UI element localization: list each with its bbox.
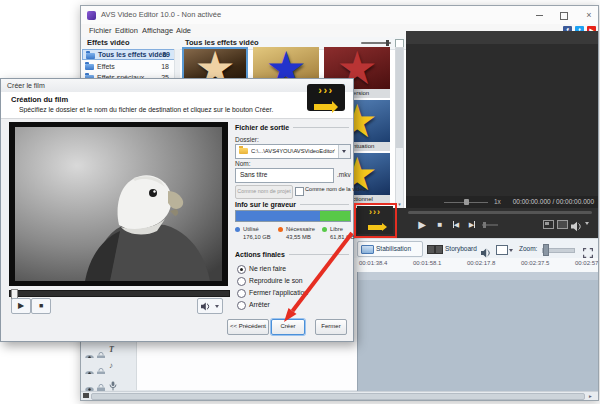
music-note-icon: ♪	[109, 360, 113, 372]
close-button[interactable]: ×	[580, 7, 598, 23]
play-button[interactable]: ▶	[414, 216, 430, 234]
app-icon	[87, 11, 96, 20]
timecode-strip: 1x 00:00:00.000 / 00:00:00.000	[406, 196, 598, 208]
eagle-preview-image	[15, 127, 222, 281]
scroll-down-icon[interactable]: ▾	[396, 201, 403, 208]
menu-aide[interactable]: Aide	[176, 24, 191, 37]
speed-slider-handle[interactable]	[464, 199, 469, 205]
stabilisation-icon	[361, 245, 374, 254]
window-title: AVS Video Editor 10.0 - Non activée	[101, 6, 221, 24]
dialog-title: Créer le film	[7, 79, 45, 92]
create-film-highlight	[354, 203, 397, 238]
used-dot-icon	[235, 227, 240, 232]
dialog-volume-button[interactable]	[197, 298, 223, 314]
name-label: Nom:	[235, 160, 251, 167]
next-frame-button[interactable]: ▶	[465, 216, 479, 234]
create-film-dialog: Créer le film × Création du film Spécifi…	[0, 78, 354, 342]
dialog-description: Spécifiez le dossier et le nom du fichie…	[19, 106, 299, 113]
text-track-row[interactable]: T	[81, 342, 357, 359]
ruler-tick: 00:02:37.5	[521, 260, 549, 266]
menu-affichage[interactable]: Affichage	[142, 24, 173, 37]
radio-fermer-application[interactable]	[237, 289, 246, 298]
screenshot-root: AVS Video Editor 10.0 - Non activée × Fi…	[0, 0, 600, 404]
folder-icon	[85, 64, 94, 70]
minimize-button[interactable]	[530, 7, 548, 23]
title-bar: AVS Video Editor 10.0 - Non activée ×	[81, 6, 598, 25]
as-project-name-button: Comme nom de projet	[235, 185, 293, 199]
timecode-display: 00:00:00.000 / 00:00:00.000	[513, 196, 594, 208]
create-button[interactable]: Créer	[271, 319, 305, 335]
file-extension: .mkv	[337, 171, 351, 178]
folder-icon	[239, 148, 248, 154]
dialog-stop-button[interactable]: ■	[31, 298, 51, 314]
folder-label: Dossier:	[235, 136, 259, 143]
fit-screen-icon[interactable]	[543, 220, 554, 229]
music-track-header: ♪	[81, 358, 137, 374]
burner-info-section: Info sur le graveur	[235, 201, 349, 208]
radio-reproduire-le-son[interactable]	[237, 277, 246, 286]
scrollbar-handle[interactable]	[91, 393, 585, 400]
stabilisation-button[interactable]: Stabilisation	[357, 241, 423, 257]
storyboard-icon	[427, 245, 441, 253]
ruler-tick: 00:02:17.8	[467, 260, 495, 266]
thumbnail-size-slider[interactable]	[361, 42, 391, 44]
playback-speed: 1x	[494, 196, 501, 208]
text-track-icon: T	[109, 344, 114, 356]
timeline-zoom-handle[interactable]	[543, 244, 549, 256]
combo-dropdown-icon[interactable]	[338, 145, 350, 158]
volume-dropdown-icon[interactable]	[585, 222, 589, 225]
dialog-seek-bar[interactable]	[9, 290, 230, 297]
disk-used-bar	[236, 211, 320, 221]
needed-dot-icon	[278, 227, 283, 232]
category-count: 89	[162, 50, 170, 59]
free-dot-icon	[322, 227, 327, 232]
folder-path-value: C:\...\AVS4YOU\AVSVideoEditor\Output	[251, 145, 335, 157]
text-track-header: T	[81, 342, 137, 358]
video-preview-frame	[9, 122, 228, 286]
volume-icon[interactable]	[571, 218, 582, 236]
menu-edition[interactable]: Edition	[115, 24, 138, 37]
dual-screen-icon[interactable]	[557, 220, 568, 229]
horizontal-scrollbar[interactable]: ▸	[81, 391, 598, 400]
scrollbar-corner-block	[83, 393, 89, 398]
voice-track-row[interactable]	[81, 374, 357, 391]
maximize-button[interactable]	[555, 7, 573, 23]
screen-view-button[interactable]	[496, 245, 508, 255]
effects-panel-title: Effets vidéo	[87, 37, 130, 49]
close-dialog-button[interactable]: Fermer	[315, 319, 347, 335]
clapperboard-icon: ›››	[307, 84, 345, 111]
effects-scrollbar[interactable]: ▾	[395, 47, 404, 209]
as-video-name-label: Comme nom de la vidéo	[305, 186, 366, 192]
folder-path-combobox[interactable]: C:\...\AVS4YOU\AVSVideoEditor\Output	[235, 144, 351, 159]
category-count: 18	[161, 61, 169, 72]
seek-bar[interactable]	[408, 211, 592, 214]
dialog-header: Création du film Spécifiez le dossier et…	[1, 92, 353, 119]
radio-ne-rien-faire[interactable]	[237, 265, 246, 274]
ruler-tick: 00:01:58.1	[413, 260, 441, 266]
previous-frame-button[interactable]: ◀	[449, 216, 463, 234]
disk-usage-bar	[235, 210, 351, 222]
voice-track-header	[81, 374, 137, 390]
as-video-name-checkbox[interactable]	[295, 187, 304, 196]
shuttle-slider[interactable]	[482, 224, 498, 226]
scroll-right-icon[interactable]: ▸	[589, 392, 592, 400]
dialog-heading: Création du film	[11, 95, 68, 104]
folder-icon	[86, 53, 95, 59]
radio-arreter[interactable]	[237, 301, 246, 310]
output-file-section: Fichier de sortie	[235, 124, 349, 131]
dialog-play-button[interactable]: ▶	[11, 298, 31, 314]
category-item-effets[interactable]: Effets 18	[82, 61, 173, 72]
timeline-area[interactable]	[357, 272, 599, 391]
dialog-title-bar: Créer le film ×	[1, 79, 353, 93]
category-item-all[interactable]: Tous les effets vidéo 89	[82, 49, 175, 60]
file-name-input[interactable]: Sans titre	[235, 168, 334, 183]
menu-fichier[interactable]: Fichier	[89, 24, 112, 37]
music-track-row[interactable]: ♪	[81, 358, 357, 375]
previous-button[interactable]: << Précédent	[227, 319, 269, 335]
ruler-tick: 00:02:57.2	[575, 260, 599, 266]
ruler-tick: 00:01:38.4	[359, 260, 387, 266]
disk-free-bar	[320, 211, 350, 221]
preview-screen	[406, 31, 598, 196]
stop-button[interactable]: ■	[433, 216, 447, 234]
storyboard-toggle[interactable]: Storyboard	[445, 242, 477, 255]
